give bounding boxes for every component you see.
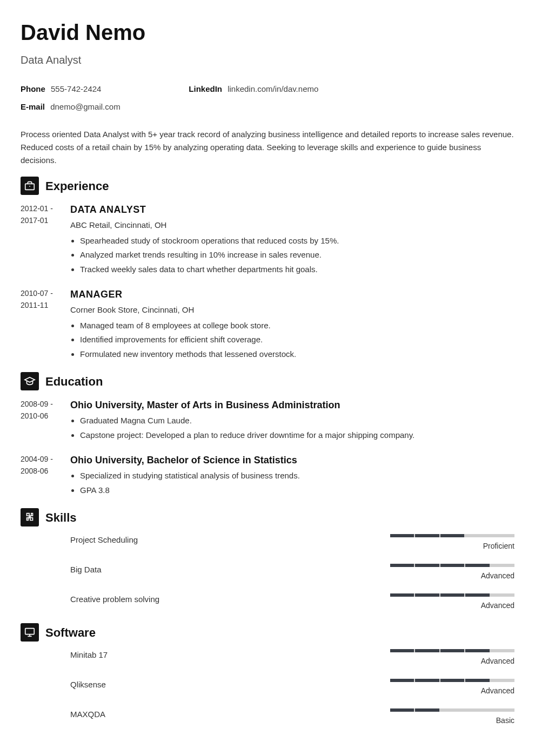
bar-segment [465, 593, 489, 597]
bar-segment [390, 649, 414, 652]
software-heading: Software [45, 624, 96, 642]
email-label: E-mail [21, 102, 45, 111]
bar-segment [465, 679, 489, 682]
bar-segment [491, 534, 514, 537]
skill-level: Basic [390, 715, 514, 726]
skill-bar [390, 534, 514, 537]
svg-point-1 [29, 186, 30, 187]
resume-title: Data Analyst [21, 52, 514, 68]
bar-segment [415, 534, 439, 537]
svg-rect-2 [25, 629, 35, 634]
education-heading: Education [45, 373, 103, 390]
bar-segment [491, 593, 514, 597]
bullet-item: GPA 3.8 [80, 484, 514, 497]
skill-row: Big Data Advanced [70, 564, 514, 582]
bar-segment [390, 534, 414, 537]
skill-level: Advanced [390, 570, 514, 582]
bar-segment [390, 564, 414, 567]
bar-segment [440, 708, 464, 712]
entry-bullets: Graduated Magna Cum Laude.Capstone proje… [70, 415, 514, 441]
entry-role: MANAGER [70, 287, 514, 302]
section-header-experience: Experience [21, 177, 514, 195]
bar-segment [491, 708, 514, 712]
skill-bar [390, 593, 514, 597]
experience-entry: 2012-01 -2017-01 DATA ANALYST ABC Retail… [21, 202, 514, 278]
skill-bar [390, 564, 514, 567]
contact-linkedin: LinkedIn linkedin.com/in/dav.nemo [189, 83, 346, 96]
skill-bar [390, 649, 514, 652]
graduation-cap-icon [21, 372, 39, 390]
entry-degree: Ohio University, Bachelor of Science in … [70, 453, 514, 468]
experience-entry: 2010-07 -2011-11 MANAGER Corner Book Sto… [21, 287, 514, 362]
skill-row: MAXQDA Basic [70, 708, 514, 726]
linkedin-label: LinkedIn [189, 84, 222, 93]
section-skills: Skills Project Scheduling Proficient Big… [21, 508, 514, 611]
section-software: Software Minitab 17 Advanced Qliksense A… [21, 623, 514, 726]
skill-bar [390, 708, 514, 712]
entry-date: 2010-07 -2011-11 [21, 287, 70, 362]
bar-segment [440, 534, 464, 537]
section-experience: Experience 2012-01 -2017-01 DATA ANALYST… [21, 177, 514, 362]
skill-row: Minitab 17 Advanced [70, 649, 514, 667]
bar-segment [440, 649, 464, 652]
bar-segment [415, 593, 439, 597]
summary: Process oriented Data Analyst with 5+ ye… [21, 128, 514, 167]
skill-name: Project Scheduling [70, 534, 390, 546]
bar-segment [415, 649, 439, 652]
skill-level: Advanced [390, 600, 514, 611]
bar-segment [491, 564, 514, 567]
bar-segment [491, 649, 514, 652]
experience-heading: Experience [45, 177, 109, 195]
linkedin-value: linkedin.com/in/dav.nemo [228, 84, 318, 93]
contact-email: E-mail dnemo@gmail.com [21, 101, 178, 113]
entry-company: Corner Book Store, Cincinnati, OH [70, 304, 514, 316]
skill-level: Advanced [390, 685, 514, 697]
skill-row: Project Scheduling Proficient [70, 534, 514, 552]
svg-rect-0 [25, 184, 35, 190]
skill-bar [390, 679, 514, 682]
entry-date: 2008-09 -2010-06 [21, 398, 70, 443]
education-entry: 2004-09 -2008-06 Ohio University, Bachel… [21, 453, 514, 498]
bar-segment [440, 564, 464, 567]
entry-degree: Ohio University, Master of Arts in Busin… [70, 398, 514, 413]
bar-segment [415, 564, 439, 567]
bullet-item: Specialized in studying statistical anal… [80, 470, 514, 482]
entry-bullets: Managed team of 8 employees at college b… [70, 320, 514, 361]
bar-segment [465, 708, 489, 712]
bullet-item: Capstone project: Developed a plan to re… [80, 429, 514, 442]
bullet-item: Tracked weekly sales data to chart wheth… [80, 264, 514, 276]
bullet-item: Managed team of 8 employees at college b… [80, 320, 514, 332]
skills-heading: Skills [45, 509, 76, 526]
bullet-item: Formulated new inventory methods that le… [80, 348, 514, 361]
skill-name: Qliksense [70, 679, 390, 691]
section-header-education: Education [21, 372, 514, 390]
section-header-software: Software [21, 623, 514, 642]
bar-segment [390, 708, 414, 712]
entry-bullets: Spearheaded study of stockroom operation… [70, 235, 514, 276]
bar-segment [465, 534, 489, 537]
section-header-skills: Skills [21, 508, 514, 526]
bar-segment [440, 593, 464, 597]
skill-name: MAXQDA [70, 708, 390, 721]
skill-row: Qliksense Advanced [70, 679, 514, 697]
bar-segment [440, 679, 464, 682]
bullet-item: Spearheaded study of stockroom operation… [80, 235, 514, 247]
briefcase-icon [21, 177, 39, 195]
bar-segment [390, 679, 414, 682]
skill-name: Big Data [70, 564, 390, 576]
bar-segment [390, 593, 414, 597]
bullet-item: Graduated Magna Cum Laude. [80, 415, 514, 427]
resume-name: David Nemo [21, 16, 514, 49]
bar-segment [491, 679, 514, 682]
skill-level: Proficient [390, 541, 514, 552]
phone-label: Phone [21, 84, 45, 93]
skill-name: Creative problem solving [70, 593, 390, 606]
contact-grid: Phone 555-742-2424 LinkedIn linkedin.com… [21, 83, 514, 113]
skill-level: Advanced [390, 656, 514, 667]
entry-company: ABC Retail, Cincinnati, OH [70, 219, 514, 232]
skill-row: Creative problem solving Advanced [70, 593, 514, 611]
monitor-icon [21, 623, 39, 642]
bar-segment [415, 708, 439, 712]
phone-value: 555-742-2424 [51, 84, 101, 93]
education-entry: 2008-09 -2010-06 Ohio University, Master… [21, 398, 514, 443]
